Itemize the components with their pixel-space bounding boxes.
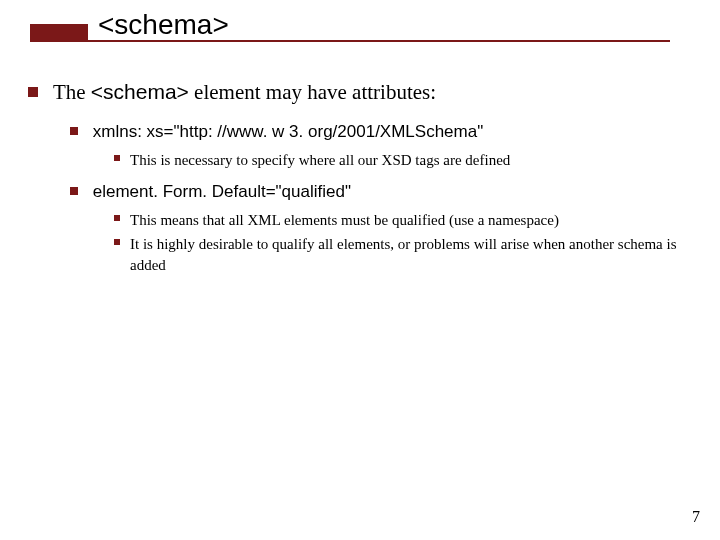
bullet-level2-attr2: element. Form. Default="qualified" xyxy=(70,180,690,204)
bullet-level3: It is highly desirable to qualify all el… xyxy=(114,234,690,275)
bullet-level3: This means that all XML elements must be… xyxy=(114,210,690,230)
slide-title: <schema> xyxy=(98,9,229,41)
slide-body: The <schema> element may have attributes… xyxy=(28,78,690,279)
attr1-label: xmlns: xs="http: //www. w 3. org/2001/XM… xyxy=(93,122,483,141)
attr2-label: element. Form. Default="qualified" xyxy=(93,182,351,201)
intro-suffix: element may have attributes: xyxy=(189,80,436,104)
page-number: 7 xyxy=(692,508,700,526)
bullet-level3: This is necessary to specify where all o… xyxy=(114,150,690,170)
bullet-square-icon xyxy=(28,87,38,97)
attr1-note-0: This is necessary to specify where all o… xyxy=(130,150,510,170)
bullet-level2-attr1: xmlns: xs="http: //www. w 3. org/2001/XM… xyxy=(70,120,690,144)
bullet-square-icon xyxy=(114,239,120,245)
bullet-level1: The <schema> element may have attributes… xyxy=(28,78,690,106)
intro-prefix: The xyxy=(53,80,91,104)
attr2-note-1: It is highly desirable to qualify all el… xyxy=(130,234,690,275)
attr2-note-0: This means that all XML elements must be… xyxy=(130,210,559,230)
title-accent-bar xyxy=(30,24,88,40)
intro-code: <schema> xyxy=(91,80,189,103)
bullet-square-icon xyxy=(70,127,78,135)
bullet-square-icon xyxy=(114,215,120,221)
slide: <schema> The <schema> element may have a… xyxy=(0,0,720,540)
bullet-square-icon xyxy=(70,187,78,195)
bullet-square-icon xyxy=(114,155,120,161)
